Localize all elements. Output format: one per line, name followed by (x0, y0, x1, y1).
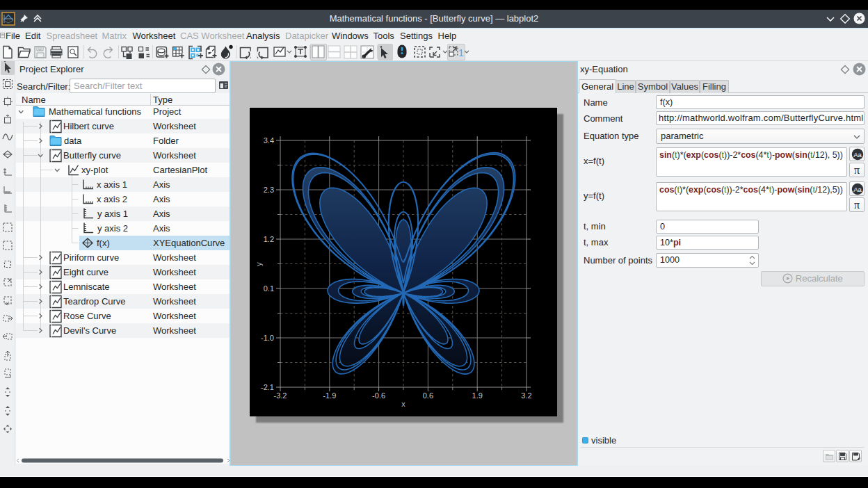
svg-text:Aa: Aa (853, 151, 862, 158)
svg-text:-1.9: -1.9 (323, 391, 336, 400)
svg-text:y: y (255, 262, 263, 266)
svg-text:-2.1: -2.1 (261, 383, 274, 391)
svg-text:x: x (401, 400, 405, 408)
svg-text:-0.6: -0.6 (372, 391, 385, 400)
svg-text:0.1: 0.1 (264, 284, 274, 293)
svg-text:0.6: 0.6 (423, 391, 433, 400)
svg-text:Aa: Aa (853, 186, 862, 193)
svg-text:1: 1 (458, 47, 464, 58)
svg-text:3.2: 3.2 (521, 391, 531, 400)
svg-text:1.9: 1.9 (472, 391, 483, 400)
svg-text:2.3: 2.3 (264, 186, 274, 194)
svg-text:-1.0: -1.0 (261, 334, 274, 342)
svg-text:1.2: 1.2 (264, 235, 274, 243)
svg-text:-3.2: -3.2 (274, 391, 287, 400)
svg-text:3.4: 3.4 (264, 136, 274, 145)
